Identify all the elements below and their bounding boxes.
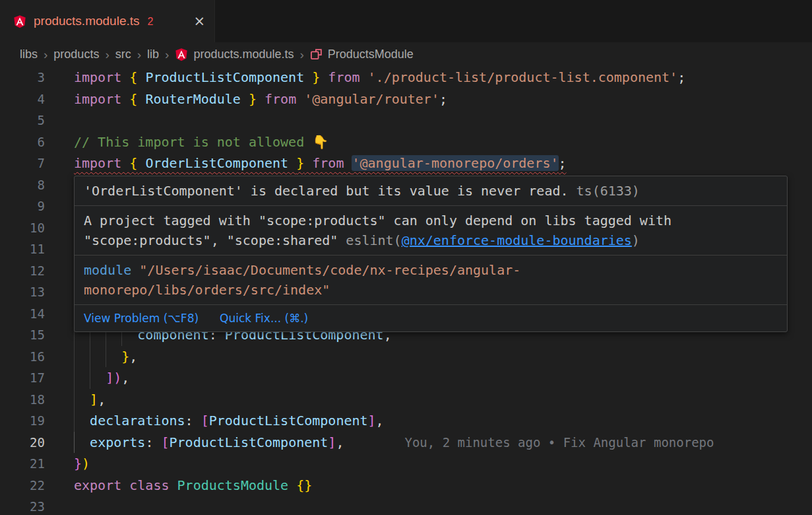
line-number[interactable]: 18 (0, 389, 45, 411)
tab-bar: products.module.ts 2 × (0, 0, 812, 42)
tab-title: products.module.ts (34, 14, 140, 28)
code-line[interactable]: 20 exports: [ProductListComponent],You, … (0, 432, 812, 454)
line-number[interactable]: 21 (0, 453, 45, 475)
breadcrumb-label: products.module.ts (193, 48, 294, 61)
code-content (74, 496, 812, 515)
code-content: export class ProductsModule {} (74, 475, 812, 497)
breadcrumb-label: products (53, 48, 99, 61)
code-content: // This import is not allowed 👇 (74, 131, 812, 153)
chevron-right-icon: › (137, 48, 141, 62)
angular-icon (175, 48, 188, 61)
code-content (74, 110, 812, 131)
code-line[interactable]: 19 declarations: [ProductListComponent], (0, 410, 812, 432)
code-content: import { RouterModule } from '@angular/r… (74, 88, 812, 110)
breadcrumb-item-productsmodule[interactable]: ProductsModule (310, 48, 414, 61)
hover-message: A project tagged with "scope:products" c… (75, 206, 787, 256)
code-content: ]), (74, 367, 812, 389)
breadcrumb-label: src (115, 48, 131, 61)
code-line[interactable]: 23 (0, 496, 812, 515)
line-number[interactable]: 10 (0, 217, 45, 239)
line-number[interactable]: 13 (0, 281, 45, 303)
line-number[interactable]: 12 (0, 260, 45, 282)
line-number[interactable]: 19 (0, 410, 45, 432)
code-content: exports: [ProductListComponent],You, 2 m… (74, 432, 812, 454)
line-number[interactable]: 3 (0, 67, 45, 88)
code-line[interactable]: 22export class ProductsModule {} (0, 475, 812, 497)
chevron-right-icon: › (44, 48, 47, 62)
line-number[interactable]: 7 (0, 153, 45, 174)
indent-guide (74, 432, 75, 454)
line-number[interactable]: 17 (0, 367, 45, 389)
code-content: ], (74, 389, 812, 411)
breadcrumb-label: lib (147, 48, 159, 61)
line-number[interactable]: 16 (0, 346, 45, 368)
eslint-rule-link[interactable]: @nx/enforce-module-boundaries (402, 232, 632, 248)
indent-guide (90, 367, 90, 389)
line-number[interactable]: 20 (0, 432, 45, 454)
class-symbol-icon (310, 48, 323, 61)
line-number[interactable]: 14 (0, 303, 45, 325)
line-number[interactable]: 23 (0, 496, 45, 515)
breadcrumb-item-src[interactable]: src (115, 48, 131, 61)
line-number[interactable]: 11 (0, 238, 45, 260)
quick-fix-action[interactable]: Quick Fix... (⌘.) (220, 310, 308, 327)
close-icon[interactable]: × (193, 13, 205, 29)
hover-popup: 'OrderListComponent' is declared but its… (74, 176, 788, 332)
code-line[interactable]: 5 (0, 110, 812, 131)
indent-guide (74, 367, 75, 389)
indent-guide (106, 346, 106, 368)
indent-guide (90, 346, 90, 368)
code-content: declarations: [ProductListComponent], (74, 410, 812, 432)
tab-products-module[interactable]: products.module.ts 2 × (0, 0, 215, 42)
line-number[interactable]: 8 (0, 174, 45, 196)
code-line[interactable]: 7import { OrderListComponent } from '@an… (0, 153, 812, 174)
hover-message: 'OrderListComponent' is declared but its… (75, 176, 787, 206)
indent-guide (74, 410, 75, 432)
code-content: import { ProductListComponent } from './… (74, 67, 812, 88)
indent-guide (74, 389, 75, 411)
line-number[interactable]: 5 (0, 110, 45, 131)
code-line[interactable]: 3import { ProductListComponent } from '.… (0, 67, 812, 88)
view-problem-action[interactable]: View Problem (⌥F8) (84, 310, 199, 327)
code-content: import { OrderListComponent } from '@ang… (74, 153, 812, 174)
breadcrumb-item-products-module-ts[interactable]: products.module.ts (175, 48, 294, 61)
breadcrumb: libs›products›src›lib›products.module.ts… (0, 42, 812, 67)
editor[interactable]: 3import { ProductListComponent } from '.… (0, 67, 812, 515)
hover-status-bar: View Problem (⌥F8)Quick Fix... (⌘.) (75, 305, 787, 331)
breadcrumb-item-libs[interactable]: libs (20, 48, 38, 61)
tab-error-badge: 2 (148, 16, 154, 28)
code-line[interactable]: 16 }, (0, 346, 812, 368)
line-number[interactable]: 15 (0, 324, 45, 346)
hover-message: module "/Users/isaac/Documents/code/nx-r… (75, 256, 787, 305)
breadcrumb-item-lib[interactable]: lib (147, 48, 159, 61)
line-number[interactable]: 22 (0, 475, 45, 497)
line-number[interactable]: 9 (0, 195, 45, 217)
code-line[interactable]: 17 ]), (0, 367, 812, 389)
breadcrumb-item-products[interactable]: products (53, 48, 99, 61)
chevron-right-icon: › (165, 48, 169, 62)
indent-guide (74, 346, 75, 368)
chevron-right-icon: › (299, 48, 303, 62)
code-line[interactable]: 21}) (0, 453, 812, 475)
git-blame-annotation: You, 2 minutes ago • Fix Angular monorep… (404, 435, 714, 450)
line-number[interactable]: 6 (0, 131, 45, 153)
chevron-right-icon: › (105, 48, 109, 62)
line-number[interactable]: 4 (0, 88, 45, 110)
code-content: }, (74, 346, 812, 368)
code-line[interactable]: 6// This import is not allowed 👇 (0, 131, 812, 153)
code-line[interactable]: 4import { RouterModule } from '@angular/… (0, 88, 812, 110)
error-squiggle: import { OrderListComponent } from '@ang… (74, 155, 567, 171)
code-line[interactable]: 18 ], (0, 389, 812, 411)
breadcrumb-label: libs (20, 48, 38, 61)
angular-icon (13, 15, 26, 28)
breadcrumb-label: ProductsModule (328, 48, 414, 61)
code-content: }) (74, 453, 812, 475)
